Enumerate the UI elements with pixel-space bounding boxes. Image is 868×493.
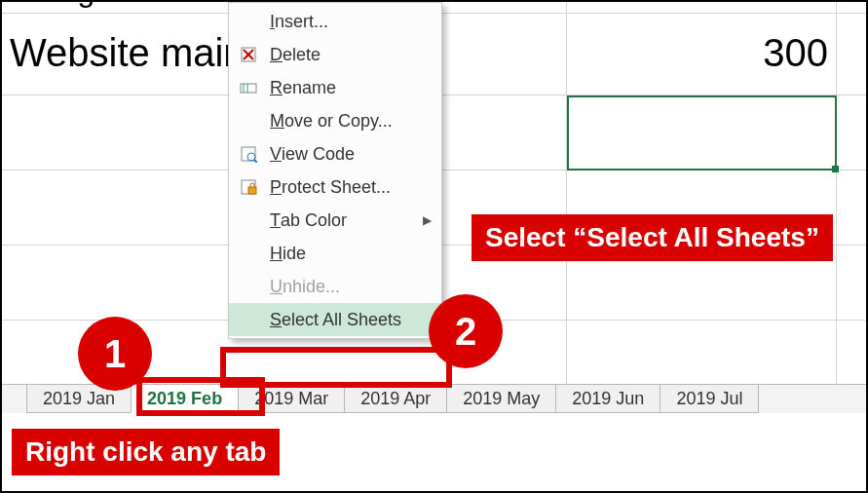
ctx-item-rename[interactable]: Rename	[229, 71, 441, 104]
sheet-tab-6[interactable]: 2019 Jul	[660, 385, 759, 413]
viewcode-icon	[238, 143, 259, 165]
ctx-item-tab-color[interactable]: Tab Color▶	[229, 204, 441, 237]
ctx-item-delete[interactable]: Delete	[229, 38, 441, 71]
ctx-item-hide[interactable]: Hide	[229, 237, 441, 270]
ctx-item-move-or-copy[interactable]: Move or Copy...	[229, 104, 441, 137]
annotation-label-bottom: Right click any tab	[12, 429, 280, 475]
fill-handle[interactable]	[832, 166, 839, 172]
cell-b2[interactable]: 300	[567, 14, 837, 95]
annotation-label-top: Select “Select All Sheets”	[472, 214, 833, 261]
sheet-tab-context-menu: Insert...DeleteRenameMove or Copy...View…	[228, 2, 442, 339]
ctx-item-protect-sheet[interactable]: Protect Sheet...	[229, 171, 441, 204]
active-cell-outline	[567, 95, 837, 171]
annotation-circle-one: 1	[78, 317, 152, 391]
svg-point-7	[247, 153, 255, 161]
sheet-tab-5[interactable]: 2019 Jun	[555, 385, 660, 413]
rename-icon	[238, 77, 259, 98]
ctx-item-view-code[interactable]: View Code	[229, 137, 441, 171]
svg-rect-10	[248, 187, 256, 194]
ctx-item-insert[interactable]: Insert...	[229, 5, 441, 38]
svg-line-8	[254, 160, 257, 163]
protect-icon	[238, 176, 259, 198]
spreadsheet-area: Instagram Marketing 25 Website maintenan…	[2, 2, 866, 491]
svg-rect-3	[241, 84, 256, 93]
sheet-tab-3[interactable]: 2019 Apr	[344, 385, 447, 413]
sheet-tab-4[interactable]: 2019 May	[446, 385, 556, 413]
annotation-circle-two: 2	[429, 294, 503, 368]
sheet-tab-bar: 2019 Jan2019 Feb2019 Mar2019 Apr2019 May…	[2, 384, 866, 413]
submenu-arrow-icon: ▶	[423, 213, 432, 227]
ctx-item-unhide: Unhide...	[229, 270, 441, 303]
ctx-item-select-all-sheets[interactable]: Select All Sheets	[229, 303, 441, 336]
annotation-box-menuitem	[220, 347, 452, 388]
delete-icon	[238, 44, 259, 65]
cell-b1[interactable]: 25	[567, 0, 837, 13]
